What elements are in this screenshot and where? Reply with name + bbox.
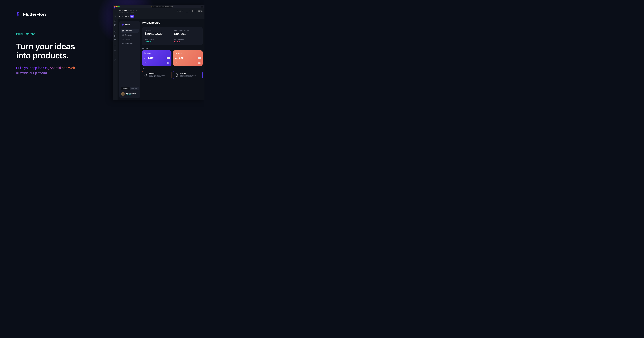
card-number: •••• 2412 bbox=[144, 57, 154, 60]
subtitle-pre: Build your app for bbox=[16, 66, 42, 70]
sidebar-item-dashboard[interactable]: Dashboard bbox=[121, 29, 139, 32]
stat-label-total: Total Balance bbox=[145, 30, 170, 31]
svg-rect-18 bbox=[122, 39, 124, 40]
desktop-icon[interactable] bbox=[192, 10, 195, 12]
theme-toggle: Dark Mode Light Mode bbox=[121, 87, 139, 90]
offer-card[interactable]: 30% Off Join here to get 30% off your ne… bbox=[142, 71, 172, 79]
maximize-icon[interactable] bbox=[118, 6, 120, 7]
subtitle-sep2: and bbox=[61, 66, 68, 70]
card-expiry: 04/29 bbox=[175, 62, 178, 64]
tagline: Build Different bbox=[16, 32, 75, 36]
card-brand: bank. bbox=[146, 52, 151, 54]
tablet-icon[interactable] bbox=[189, 10, 191, 12]
api-icon[interactable] bbox=[114, 39, 116, 41]
svg-rect-22 bbox=[176, 74, 178, 76]
design-canvas: bank. Dashboard Transactions My Cards No… bbox=[118, 19, 204, 100]
document-icon[interactable] bbox=[114, 35, 116, 37]
brand-name: FlutterFlow bbox=[23, 12, 46, 17]
stat-value-total: $204,202.20 bbox=[145, 32, 170, 36]
tools-icon[interactable] bbox=[114, 54, 116, 56]
sidebar-item-transactions[interactable]: Transactions bbox=[121, 33, 139, 37]
custom-code-icon[interactable] bbox=[114, 50, 116, 52]
stat-label-income: Monthly Income bbox=[145, 38, 170, 40]
tool-rail bbox=[113, 12, 118, 100]
forward-icon[interactable]: › bbox=[123, 6, 123, 8]
project-name: Banking App UI Demonstration bbox=[119, 12, 176, 13]
offer-title: 30% Off bbox=[180, 73, 200, 74]
zoom-control: − 90% + bbox=[122, 16, 129, 18]
external-link-icon[interactable]: ⇱ bbox=[182, 10, 184, 12]
svg-rect-6 bbox=[115, 24, 116, 25]
stat-value-estimated: $84,291 bbox=[174, 32, 200, 36]
headline-line-2: into products. bbox=[16, 51, 75, 60]
editor-window: ‹ › 🔒 enterprise.flutterflow.io/projectn… bbox=[113, 5, 204, 100]
card-number: •••• 6321 bbox=[175, 57, 185, 60]
database-icon[interactable] bbox=[114, 30, 116, 33]
user-profile[interactable]: Andrew Daniels andrewf@gmail.com bbox=[121, 92, 139, 96]
card-brand: bank. bbox=[178, 52, 182, 54]
bell-icon bbox=[122, 43, 124, 44]
page-icon[interactable] bbox=[114, 24, 116, 26]
canvas-toolbar: ⬉ | − 90% + bbox=[113, 14, 204, 19]
hero-section: FlutterFlow Build Different Turn your id… bbox=[16, 12, 75, 76]
url-bar[interactable]: 🔒 enterprise.flutterflow.io/projectname bbox=[152, 6, 172, 8]
browser-bar: ‹ › 🔒 enterprise.flutterflow.io/projectn… bbox=[113, 5, 204, 8]
dark-mode-button[interactable]: Dark Mode bbox=[121, 87, 130, 90]
sidebar-item-label: Transactions bbox=[125, 34, 133, 36]
settings-icon[interactable] bbox=[114, 58, 116, 61]
nav-arrows: ‹ › bbox=[122, 6, 123, 8]
backpack-icon bbox=[175, 73, 178, 77]
card-expiry: 07/26 bbox=[144, 62, 147, 64]
subtitle-ios: iOS bbox=[42, 66, 48, 70]
headline-line-1: Turn your ideas bbox=[16, 42, 75, 51]
headline: Turn your ideas into products. bbox=[16, 42, 75, 60]
cards-section-label: My Cards bbox=[142, 48, 202, 49]
size-label: Size (px) bbox=[198, 10, 203, 11]
offer-title: 30% Off bbox=[149, 73, 170, 74]
offer-description: Join here to get 30% off your next purch… bbox=[180, 75, 200, 78]
card-chip-icon bbox=[167, 57, 170, 59]
sidebar-item-cards[interactable]: My Cards bbox=[121, 37, 139, 41]
light-mode-button[interactable]: Light Mode bbox=[130, 87, 138, 90]
help-icon[interactable]: ? bbox=[177, 10, 178, 12]
app-name: bank. bbox=[125, 24, 130, 26]
zoom-out-button[interactable]: − bbox=[122, 16, 124, 18]
image-icon[interactable] bbox=[114, 44, 116, 46]
stats-card: Total Balance $204,202.20 Estimated Mont… bbox=[142, 27, 202, 45]
minimize-icon[interactable] bbox=[116, 6, 118, 7]
offer-card[interactable]: 30% Off Join here to get 30% off your ne… bbox=[173, 71, 202, 79]
stat-value-expense: $2,105 bbox=[174, 41, 200, 43]
svg-point-7 bbox=[114, 31, 116, 31]
subtitle-android: Android bbox=[50, 66, 61, 70]
mastercard-icon bbox=[167, 62, 170, 64]
sidebar-item-notifications[interactable]: Notifications bbox=[121, 42, 139, 46]
action-button[interactable] bbox=[130, 15, 134, 18]
svg-rect-14 bbox=[114, 50, 116, 52]
sidebar-item-label: Notifications bbox=[125, 43, 133, 44]
zoom-value: 90% bbox=[124, 16, 127, 17]
svg-point-11 bbox=[115, 40, 115, 41]
offer-description: Join here to get 30% off your next purch… bbox=[149, 75, 170, 78]
mobile-icon[interactable] bbox=[186, 10, 188, 12]
bank-logo-icon bbox=[175, 52, 177, 54]
credit-card[interactable]: bank. •••• 2412 07/26 bbox=[142, 50, 172, 66]
canvas-size: Size (px) 375 × 812 bbox=[198, 10, 203, 12]
app-version: v3.2 — Flutter 3.3.4 bbox=[128, 10, 137, 11]
subtitle-line-2: all within our platform. bbox=[16, 71, 48, 75]
avatar bbox=[121, 92, 125, 96]
bank-logo-icon bbox=[122, 23, 124, 26]
stat-label-expense: Monthly Expense bbox=[174, 38, 200, 40]
add-widget-icon[interactable] bbox=[114, 16, 116, 18]
clock-icon bbox=[144, 73, 148, 77]
browser-menu-icon[interactable]: ⋮ bbox=[201, 6, 203, 8]
svg-point-15 bbox=[115, 60, 116, 60]
cursor-tool-icon[interactable]: ⬉ bbox=[119, 16, 120, 17]
back-icon[interactable]: ‹ bbox=[122, 6, 122, 8]
user-name: Andrew Daniels bbox=[126, 93, 136, 94]
flutterflow-logo-icon bbox=[16, 12, 21, 17]
credit-card[interactable]: bank. •••• 6321 04/29 bbox=[173, 50, 202, 66]
list-icon[interactable] bbox=[114, 20, 116, 22]
command-icon[interactable]: ⌘ bbox=[180, 10, 181, 12]
user-email: andrewf@gmail.com bbox=[126, 94, 136, 95]
zoom-in-button[interactable]: + bbox=[128, 16, 129, 18]
